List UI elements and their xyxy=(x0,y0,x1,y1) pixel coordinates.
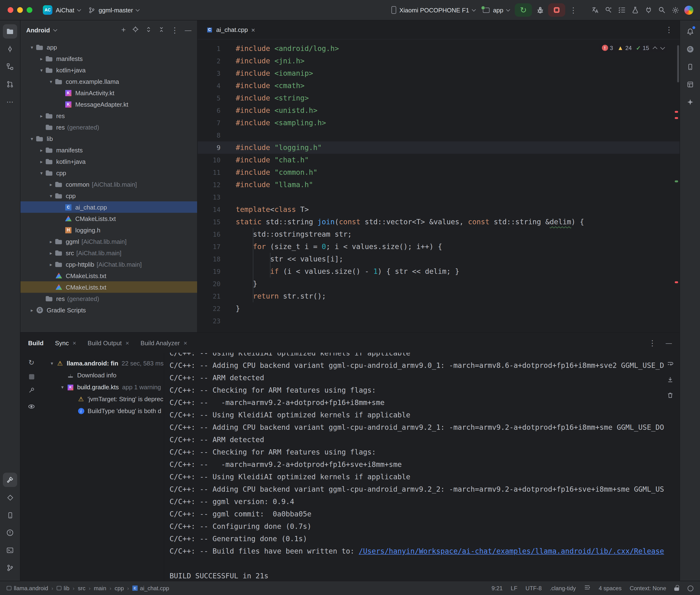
previous-problem-icon[interactable] xyxy=(653,46,657,51)
project-tree-item[interactable]: ▸kotlin+java xyxy=(21,156,197,167)
gemini-avatar[interactable] xyxy=(682,3,695,17)
ai-assistant-tool-button[interactable] xyxy=(683,95,697,109)
pin-icon[interactable] xyxy=(28,387,35,395)
project-tree-item[interactable]: CMakeLists.txt xyxy=(21,213,197,224)
close-tab-icon[interactable]: × xyxy=(251,26,255,34)
breadcrumb-item[interactable]: cpp xyxy=(115,585,124,591)
tree-chevron-icon[interactable]: ▸ xyxy=(38,147,45,152)
line-number[interactable]: 13 xyxy=(198,191,221,203)
stop-sync-icon[interactable] xyxy=(29,374,34,379)
line-number[interactable]: 7 xyxy=(198,117,221,129)
encoding-widget[interactable]: UTF-8 xyxy=(525,585,541,591)
error-stripe-mark[interactable] xyxy=(675,117,678,119)
more-tool-windows-icon[interactable]: ⋯ xyxy=(3,95,17,109)
build-panel-options-icon[interactable]: ⋮ xyxy=(648,338,656,347)
line-number[interactable]: 9 xyxy=(198,141,221,154)
line-number[interactable]: 11 xyxy=(198,166,221,178)
code-area[interactable]: 1#include <android/log.h>2#include <jni.… xyxy=(198,39,679,327)
build-tree-item[interactable]: BuildType 'debug' is both d xyxy=(43,405,164,417)
code-line[interactable]: 22} xyxy=(198,302,679,315)
code-editor[interactable]: 1#include <android/log.h>2#include <jni.… xyxy=(198,39,679,332)
editor-tab[interactable]: C ai_chat.cpp × xyxy=(200,20,261,39)
tree-chevron-icon[interactable]: ▸ xyxy=(47,262,55,267)
git-tool-button[interactable] xyxy=(3,561,17,575)
indent-widget[interactable]: 4 spaces xyxy=(599,585,622,591)
line-number[interactable]: 19 xyxy=(198,265,221,278)
project-tree-item[interactable]: ▸cpp-httplib[AiChat.lib.main] xyxy=(21,259,197,270)
tree-chevron-icon[interactable]: ▸ xyxy=(38,113,45,118)
error-stripe-mark[interactable] xyxy=(675,281,678,283)
project-selector[interactable]: AC AiChat xyxy=(39,3,84,17)
project-tree-item[interactable]: KMainActivity.kt xyxy=(21,87,197,98)
code-line[interactable]: 6#include <unistd.h> xyxy=(198,104,679,117)
inspections-widget[interactable]: ! 3 ▲ 24 ✓ 15 xyxy=(599,43,667,52)
line-number[interactable]: 20 xyxy=(198,278,221,290)
tree-chevron-icon[interactable]: ▾ xyxy=(48,361,56,366)
inspect-code-icon[interactable] xyxy=(602,3,615,17)
code-line[interactable]: 23 xyxy=(198,315,679,327)
line-number[interactable]: 4 xyxy=(198,80,221,92)
search-icon[interactable] xyxy=(655,3,669,17)
close-tab-icon[interactable]: × xyxy=(73,339,76,346)
line-number[interactable]: 21 xyxy=(198,290,221,302)
change-stripe-mark[interactable] xyxy=(675,180,678,182)
line-number[interactable]: 15 xyxy=(198,216,221,228)
line-number[interactable]: 17 xyxy=(198,240,221,253)
project-tree-item[interactable]: CMakeLists.txt xyxy=(21,281,197,293)
line-number[interactable]: 8 xyxy=(198,129,221,141)
code-line[interactable]: 21 return str.str(); xyxy=(198,290,679,302)
close-tab-icon[interactable]: × xyxy=(125,339,129,346)
hide-panel-icon[interactable]: — xyxy=(185,26,192,34)
tree-chevron-icon[interactable]: ▸ xyxy=(47,250,55,255)
project-tree-item[interactable]: ▾app xyxy=(21,41,197,53)
breadcrumb-item[interactable]: lib xyxy=(56,585,69,591)
clang-tidy-widget[interactable]: .clang-tidy xyxy=(550,585,576,591)
project-tree-item[interactable]: ▸ggml[AiChat.lib.main] xyxy=(21,236,197,247)
line-ending-widget[interactable]: LF xyxy=(511,585,517,591)
breadcrumb-item[interactable]: src xyxy=(78,585,85,591)
build-tab-sync[interactable]: Sync× xyxy=(55,339,76,346)
hide-build-panel-icon[interactable]: — xyxy=(666,339,672,346)
project-tree-item[interactable]: res(generated) xyxy=(21,293,197,304)
run-more-actions-icon[interactable]: ⋮ xyxy=(567,3,580,17)
line-number[interactable]: 18 xyxy=(198,253,221,265)
build-tool-button[interactable] xyxy=(3,473,17,487)
notifications-button[interactable] xyxy=(683,24,697,38)
stop-button[interactable] xyxy=(548,3,565,17)
commit-tool-button[interactable] xyxy=(3,42,17,56)
line-number[interactable]: 16 xyxy=(198,228,221,240)
breadcrumb-item[interactable]: main xyxy=(94,585,106,591)
code-line[interactable]: 9#include "logging.h" xyxy=(198,141,679,154)
close-window-button[interactable] xyxy=(8,7,13,13)
code-line[interactable]: 15static std::string join(const std::vec… xyxy=(198,216,679,228)
structure-tool-button[interactable] xyxy=(3,59,17,74)
line-number[interactable]: 14 xyxy=(198,203,221,216)
translate-icon[interactable] xyxy=(589,3,602,17)
build-tree-item[interactable]: ▾⚠llama.android: fin22 sec, 583 ms xyxy=(43,358,164,369)
tree-chevron-icon[interactable]: ▾ xyxy=(47,79,55,84)
code-line[interactable]: 8 xyxy=(198,129,679,141)
line-number[interactable]: 2 xyxy=(198,55,221,67)
minimize-window-button[interactable] xyxy=(17,7,23,13)
clear-console-icon[interactable] xyxy=(667,392,674,401)
context-widget[interactable]: Context: None xyxy=(630,585,666,591)
dependencies-tool-button[interactable] xyxy=(3,490,17,505)
error-stripe-mark[interactable] xyxy=(675,111,678,113)
code-line[interactable]: 3#include <iomanip> xyxy=(198,67,679,80)
breadcrumb-item[interactable]: llama.android xyxy=(7,585,48,591)
project-panel-options-icon[interactable]: ⋮ xyxy=(171,26,179,34)
code-line[interactable]: 17 for (size_t i = 0; i < values.size();… xyxy=(198,240,679,253)
build-output-link[interactable]: /Users/hanyin/Workspace/ai-chat/examples… xyxy=(359,547,664,556)
write-access-lock-icon[interactable] xyxy=(674,585,679,591)
scroll-to-end-icon[interactable] xyxy=(667,376,674,385)
task-list-icon[interactable] xyxy=(615,3,628,17)
build-tab-build-output[interactable]: Build Output× xyxy=(88,339,129,346)
code-line[interactable]: 10#include "chat.h" xyxy=(198,154,679,166)
tree-chevron-icon[interactable]: ▸ xyxy=(28,307,36,313)
code-line[interactable]: 13 xyxy=(198,191,679,203)
project-tool-button[interactable] xyxy=(3,24,17,38)
background-tasks-icon[interactable] xyxy=(688,585,693,591)
project-tree-item[interactable]: ▸src[AiChat.lib.main] xyxy=(21,247,197,259)
code-line[interactable]: 5#include <string> xyxy=(198,92,679,104)
line-number[interactable]: 1 xyxy=(198,42,221,55)
